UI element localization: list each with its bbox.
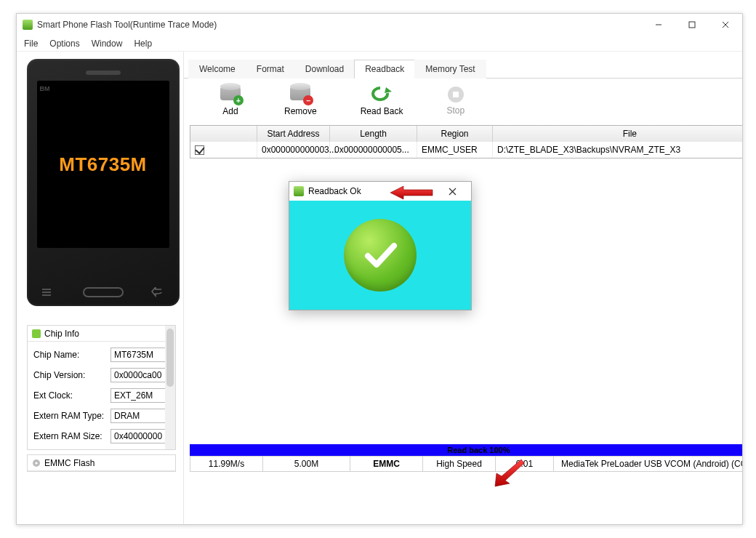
tab-memory-test[interactable]: Memory Test <box>414 60 486 79</box>
chip-info-header: Chip Info <box>44 329 79 339</box>
chip-label: MT6735M <box>59 153 147 176</box>
chip-name-label: Chip Name: <box>33 350 106 360</box>
readback-button[interactable]: Read Back <box>361 86 403 116</box>
menu-window[interactable]: Window <box>92 39 123 49</box>
menu-file[interactable]: File <box>24 39 38 49</box>
stop-button[interactable]: Stop <box>446 86 465 116</box>
phone-menu-icon <box>41 287 55 297</box>
dialog-title: Readback Ok <box>308 186 361 196</box>
status-speed: 11.99M/s <box>190 457 263 471</box>
phone-screen: MT6735M <box>37 81 169 248</box>
svg-marker-9 <box>385 87 392 93</box>
tabstrip: Welcome Format Download Readback Memory … <box>184 52 742 79</box>
chip-icon <box>32 329 41 338</box>
tab-download[interactable]: Download <box>294 60 355 79</box>
readback-ok-dialog: Readback Ok <box>289 181 472 310</box>
phone-brand-mark: BM <box>40 85 50 92</box>
chip-version-label: Chip Version: <box>33 370 106 380</box>
cell-length: 0x000000000005... <box>330 142 417 158</box>
phone-back-icon <box>151 287 166 297</box>
gear-icon <box>32 459 41 467</box>
chip-name-value[interactable] <box>110 348 173 362</box>
left-pane: BM MT6735M Chip Info <box>17 52 184 524</box>
app-window: Smart Phone Flash Tool(Runtime Trace Mod… <box>16 13 743 525</box>
svg-marker-12 <box>390 186 433 199</box>
readback-icon <box>371 86 392 103</box>
readback-table: Start Address Length Region File 0x00000… <box>190 125 742 158</box>
col-checkbox[interactable] <box>190 126 257 142</box>
window-title: Smart Phone Flash Tool(Runtime Trace Mod… <box>37 20 217 30</box>
dialog-content <box>289 201 471 310</box>
status-device: MediaTek PreLoader USB VCOM (Android) (C… <box>554 457 742 471</box>
chip-version-value[interactable] <box>110 368 173 382</box>
ext-clock-label: Ext Clock: <box>33 390 106 401</box>
status-storage: EMMC <box>350 457 423 471</box>
cell-start: 0x000000000003... <box>257 142 330 158</box>
status-bar: 11.99M/s 5.00M EMMC High Speed 0:01 Medi… <box>190 456 742 472</box>
cell-region: EMMC_USER <box>417 142 493 158</box>
ram-type-value[interactable] <box>110 409 173 423</box>
svg-rect-1 <box>689 22 695 28</box>
toolbar: + Add − Remove Read Back <box>184 79 742 125</box>
progress-bar: Read back 100% <box>190 444 742 456</box>
tab-welcome[interactable]: Welcome <box>188 60 246 79</box>
chip-info-scrollbar[interactable] <box>165 326 175 449</box>
dialog-icon <box>294 186 304 196</box>
minimize-button[interactable] <box>642 14 675 36</box>
tab-format[interactable]: Format <box>246 60 295 79</box>
annotation-arrow-icon <box>390 185 434 201</box>
status-mode: High Speed <box>423 457 496 471</box>
col-file[interactable]: File <box>493 126 742 142</box>
right-pane: Welcome Format Download Readback Memory … <box>184 52 742 524</box>
database-remove-icon: − <box>290 86 310 103</box>
close-button[interactable] <box>709 14 742 36</box>
chip-info-panel: Chip Info Chip Name: Chip Version: Ext C… <box>27 325 176 450</box>
table-row[interactable]: 0x000000000003... 0x000000000005... EMMC… <box>190 142 742 158</box>
emmc-flash-panel: EMMC Flash <box>27 454 176 472</box>
ext-clock-value[interactable] <box>110 388 173 403</box>
success-check-icon <box>344 219 417 292</box>
menu-help[interactable]: Help <box>134 39 152 49</box>
menubar: File Options Window Help <box>17 36 742 52</box>
col-start-address[interactable]: Start Address <box>257 126 330 142</box>
svg-point-8 <box>35 462 37 464</box>
col-length[interactable]: Length <box>330 126 417 142</box>
titlebar: Smart Phone Flash Tool(Runtime Trace Mod… <box>17 14 742 36</box>
dialog-close-button[interactable] <box>438 182 467 201</box>
ram-type-label: Extern RAM Type: <box>33 411 106 421</box>
status-size: 5.00M <box>263 457 350 471</box>
database-add-icon: + <box>220 86 241 103</box>
remove-button[interactable]: − Remove <box>284 86 317 116</box>
svg-marker-13 <box>495 459 524 486</box>
stop-icon <box>448 87 464 103</box>
ram-size-value[interactable] <box>110 429 173 443</box>
menu-options[interactable]: Options <box>49 39 79 49</box>
add-button[interactable]: + Add <box>220 86 241 116</box>
emmc-header: EMMC Flash <box>44 458 94 468</box>
cell-file: D:\ZTE_BLADE_X3\Backups\NVRAM_ZTE_X3 <box>493 142 742 158</box>
maximize-button[interactable] <box>675 14 709 36</box>
ram-size-label: Extern RAM Size: <box>33 431 106 441</box>
app-icon <box>23 20 33 30</box>
annotation-arrow-icon <box>492 457 526 491</box>
tab-readback[interactable]: Readback <box>354 60 415 79</box>
phone-home-button <box>83 287 124 297</box>
row-checkbox[interactable] <box>195 145 204 155</box>
col-region[interactable]: Region <box>417 126 493 142</box>
phone-illustration: BM MT6735M <box>27 59 180 306</box>
